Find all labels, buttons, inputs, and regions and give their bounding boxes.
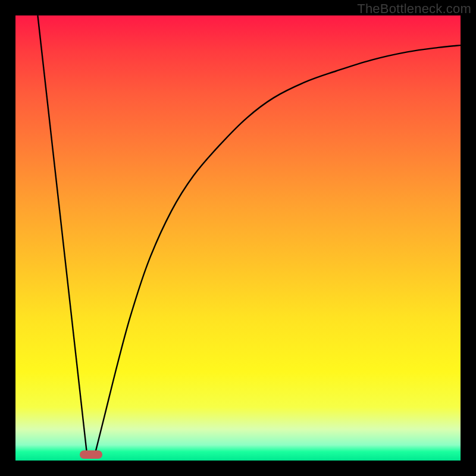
minimum-marker <box>80 450 102 459</box>
watermark-text: TheBottleneck.com <box>357 1 471 17</box>
left-line-path <box>37 15 86 452</box>
plot-area <box>15 15 461 461</box>
chart-container: TheBottleneck.com <box>0 0 476 476</box>
curve-svg <box>15 15 461 461</box>
right-curve-path <box>96 45 461 452</box>
